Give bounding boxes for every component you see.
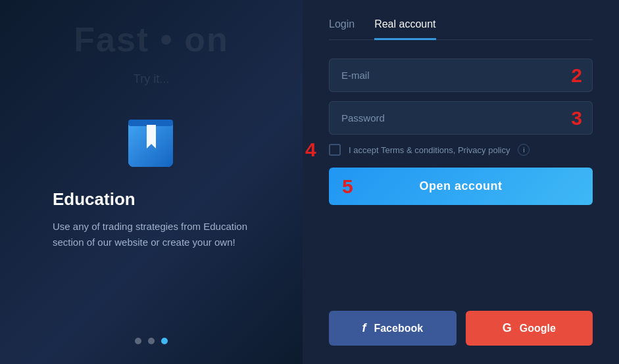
open-account-wrapper: 5 Open account xyxy=(329,168,593,205)
edu-description: Use any of trading strategies from Educa… xyxy=(53,219,250,250)
facebook-icon: f xyxy=(362,321,366,335)
email-field-row: 2 xyxy=(329,58,593,92)
edu-content: Education Use any of trading strategies … xyxy=(53,189,250,250)
tab-login[interactable]: Login xyxy=(329,18,355,40)
right-panel: Login Real account 2 3 4 I accept Terms … xyxy=(303,0,619,364)
google-label: Google xyxy=(520,323,556,334)
terms-row: 4 I accept Terms & conditions, Privacy p… xyxy=(329,144,593,156)
social-row: f Facebook G Google xyxy=(329,311,593,346)
facebook-label: Facebook xyxy=(374,323,423,334)
carousel-dots xyxy=(135,338,168,344)
tab-real-account[interactable]: Real account xyxy=(374,18,435,40)
google-button[interactable]: G Google xyxy=(466,311,593,346)
edu-title: Education xyxy=(53,189,250,210)
open-account-button[interactable]: Open account xyxy=(329,168,593,205)
email-input[interactable] xyxy=(329,58,593,92)
terms-label: I accept Terms & conditions, Privacy pol… xyxy=(349,145,510,155)
step-number-4: 4 xyxy=(305,139,316,161)
tabs-row: Login Real account xyxy=(329,18,593,40)
carousel-dot-2[interactable] xyxy=(148,338,155,344)
bg-text: Fast • on xyxy=(0,20,303,59)
facebook-button[interactable]: f Facebook xyxy=(329,311,457,346)
password-input[interactable] xyxy=(329,101,593,135)
education-book-icon xyxy=(122,114,181,173)
carousel-dot-1[interactable] xyxy=(135,338,141,344)
left-panel: Fast • on Try it... Education Use any of… xyxy=(0,0,303,364)
carousel-dot-3[interactable] xyxy=(161,338,168,344)
terms-checkbox[interactable] xyxy=(329,144,341,156)
password-field-row: 3 xyxy=(329,101,593,135)
info-icon[interactable]: i xyxy=(518,144,530,156)
google-icon: G xyxy=(503,321,512,335)
bg-subtitle: Try it... xyxy=(0,72,303,86)
